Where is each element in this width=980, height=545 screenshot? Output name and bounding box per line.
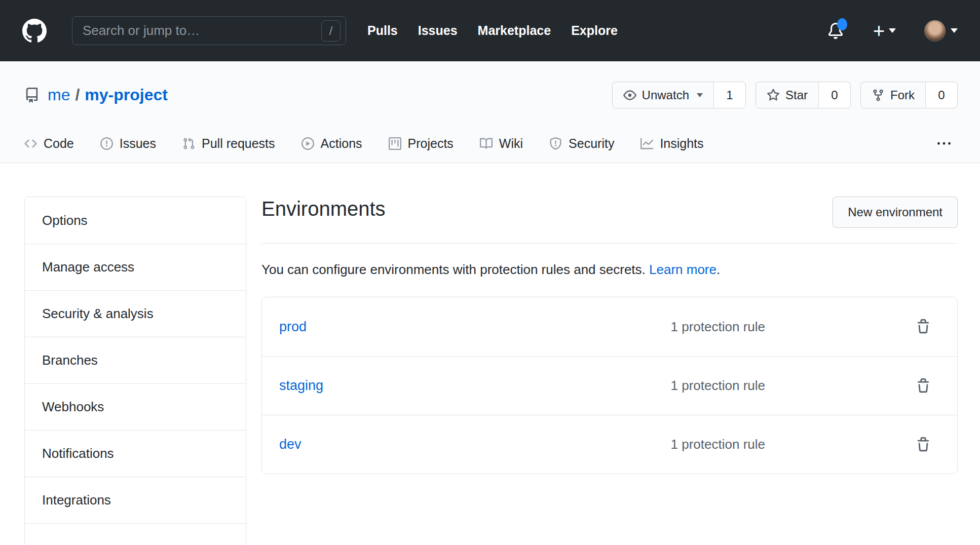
chevron-down-icon	[951, 28, 958, 33]
chevron-down-icon	[697, 93, 703, 97]
nav-link-pulls[interactable]: Pulls	[367, 23, 398, 38]
repo-owner-link[interactable]: me	[48, 86, 70, 104]
description-text: You can configure environments with prot…	[261, 262, 646, 277]
sidebar-item-notifications[interactable]: Notifications	[25, 430, 246, 477]
github-logo-icon[interactable]	[22, 19, 47, 43]
learn-more-link[interactable]: Learn more	[649, 262, 717, 277]
settings-sidebar: Options Manage access Security & analysi…	[24, 197, 246, 545]
notifications-button[interactable]	[827, 23, 844, 39]
new-environment-button[interactable]: New environment	[833, 197, 958, 228]
navbar-right: +	[827, 20, 958, 42]
environment-row-staging: staging 1 protection rule	[262, 356, 957, 415]
protection-rule-count: 1 protection rule	[671, 437, 765, 452]
tab-actions[interactable]: Actions	[288, 125, 375, 163]
avatar	[924, 20, 946, 42]
tab-label: Security	[569, 136, 614, 151]
plus-icon: +	[873, 21, 885, 41]
fork-label: Fork	[890, 88, 915, 102]
unwatch-button[interactable]: Unwatch	[613, 82, 714, 108]
nav-link-explore[interactable]: Explore	[571, 23, 618, 38]
environments-description: You can configure environments with prot…	[261, 262, 958, 278]
forks-count[interactable]: 0	[926, 82, 957, 108]
top-navbar: / Pulls Issues Marketplace Explore +	[0, 0, 980, 61]
repo-action-buttons: Unwatch 1 Star 0 Fork	[612, 82, 958, 108]
delete-environment-button[interactable]	[916, 437, 931, 452]
sidebar-item-options[interactable]: Options	[25, 197, 246, 244]
environments-header: Environments New environment	[261, 197, 958, 228]
watch-button-group: Unwatch 1	[612, 82, 746, 108]
fork-button-group: Fork 0	[860, 82, 958, 108]
trash-icon	[916, 378, 931, 394]
play-circle-icon	[301, 137, 314, 150]
search-input[interactable]	[83, 23, 321, 38]
delete-environment-button[interactable]	[916, 378, 931, 394]
page-title: Environments	[261, 197, 386, 221]
watchers-count[interactable]: 1	[714, 82, 745, 108]
sidebar-item-security-analysis[interactable]: Security & analysis	[25, 290, 246, 337]
book-icon	[480, 137, 493, 150]
sidebar-item-integrations[interactable]: Integrations	[25, 477, 246, 523]
environment-link-staging[interactable]: staging	[279, 378, 671, 394]
star-button[interactable]: Star	[756, 82, 819, 108]
eye-icon	[623, 89, 636, 102]
tab-issues[interactable]: Issues	[87, 125, 169, 163]
shield-icon	[549, 137, 562, 150]
stargazers-count[interactable]: 0	[819, 82, 850, 108]
tab-pull-requests[interactable]: Pull requests	[169, 125, 288, 163]
delete-environment-button[interactable]	[916, 319, 931, 334]
code-icon	[24, 137, 37, 150]
tab-projects[interactable]: Projects	[375, 125, 467, 163]
environment-link-dev[interactable]: dev	[279, 437, 671, 452]
description-period: .	[717, 262, 720, 277]
global-search: /	[72, 16, 346, 45]
sidebar-item-webhooks[interactable]: Webhooks	[25, 383, 246, 430]
graph-icon	[640, 137, 653, 150]
sidebar-item-branches[interactable]: Branches	[25, 337, 246, 383]
environment-row-prod: prod 1 protection rule	[262, 297, 957, 356]
unwatch-label: Unwatch	[642, 88, 689, 102]
sidebar-item-partial[interactable]	[25, 523, 246, 545]
notification-dot	[837, 18, 847, 30]
fork-button[interactable]: Fork	[861, 82, 926, 108]
settings-sidebar-menu: Options Manage access Security & analysi…	[24, 197, 246, 545]
tab-label: Actions	[321, 136, 362, 151]
environment-row-dev: dev 1 protection rule	[262, 415, 957, 474]
protection-rule-count: 1 protection rule	[671, 319, 765, 335]
chevron-down-icon	[889, 28, 896, 33]
sidebar-item-manage-access[interactable]: Manage access	[25, 244, 246, 290]
nav-link-issues[interactable]: Issues	[418, 23, 458, 38]
fork-icon	[872, 89, 885, 102]
settings-content: Options Manage access Security & analysi…	[0, 163, 980, 545]
repo-tab-bar: Code Issues Pull requests Actions Projec…	[0, 125, 980, 163]
environment-link-prod[interactable]: prod	[279, 319, 671, 335]
protection-rule-count: 1 protection rule	[671, 378, 765, 394]
tab-insights[interactable]: Insights	[627, 125, 717, 163]
repo-icon	[24, 88, 40, 103]
trash-icon	[916, 437, 931, 452]
tab-security[interactable]: Security	[536, 125, 627, 163]
tab-label: Pull requests	[202, 136, 275, 151]
tab-label: Insights	[660, 136, 703, 151]
issue-icon	[100, 137, 113, 150]
tab-overflow-button[interactable]	[932, 132, 956, 155]
create-new-button[interactable]: +	[873, 21, 896, 41]
repo-name-link[interactable]: my-project	[85, 86, 168, 104]
github-repo-settings-page: / Pulls Issues Marketplace Explore +	[0, 0, 980, 545]
repo-breadcrumb: me / my-project	[48, 86, 168, 104]
trash-icon	[916, 319, 931, 334]
header-divider	[261, 243, 958, 244]
slash-shortcut-key: /	[321, 20, 341, 42]
repo-title-row: me / my-project Unwatch 1 Star	[0, 82, 980, 108]
star-label: Star	[785, 88, 808, 102]
tab-label: Code	[44, 136, 74, 151]
kebab-horizontal-icon	[937, 137, 951, 150]
environments-list: prod 1 protection rule staging 1 protect…	[261, 297, 958, 474]
star-icon	[767, 89, 780, 102]
environments-panel: Environments New environment You can con…	[261, 197, 958, 474]
tab-wiki[interactable]: Wiki	[467, 125, 536, 163]
user-menu-button[interactable]	[924, 20, 958, 42]
tab-code[interactable]: Code	[11, 125, 87, 163]
tab-label: Projects	[408, 136, 454, 151]
breadcrumb-separator: /	[75, 86, 80, 104]
nav-link-marketplace[interactable]: Marketplace	[478, 23, 551, 38]
